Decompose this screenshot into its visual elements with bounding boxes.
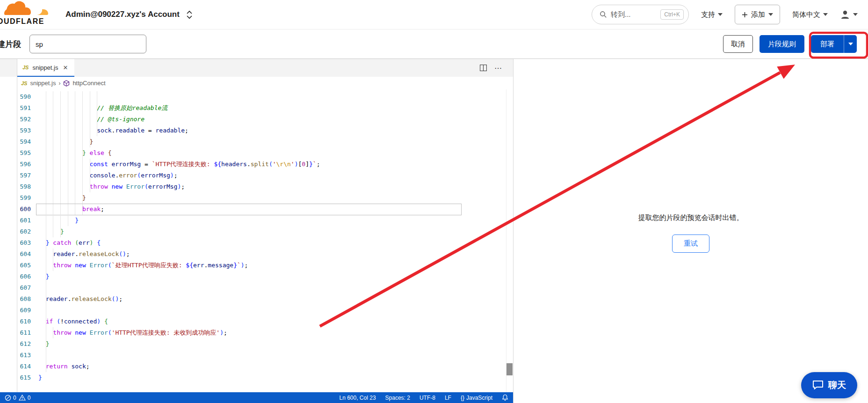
line-number[interactable]: 613 <box>0 350 31 361</box>
tab-snippet-js[interactable]: JS snippet.js ✕ <box>17 59 74 77</box>
tab-label: snippet.js <box>32 64 58 71</box>
language-menu[interactable]: 简体中文 <box>792 10 828 19</box>
line-number[interactable]: 592 <box>0 114 31 125</box>
line-number[interactable]: 594 <box>0 136 31 147</box>
line-number[interactable]: 603 <box>0 237 31 249</box>
line-number[interactable]: 607 <box>0 282 31 293</box>
cancel-button[interactable]: 取消 <box>723 35 753 53</box>
cursor-position[interactable]: Ln 600, Col 23 <box>340 395 376 401</box>
code-line[interactable]: 614 return sock; <box>0 361 513 372</box>
breadcrumb-file[interactable]: snippet.js <box>30 80 56 87</box>
user-menu[interactable] <box>840 9 858 20</box>
line-number[interactable]: 612 <box>0 338 31 350</box>
line-number[interactable]: 595 <box>0 147 31 159</box>
support-menu[interactable]: 支持 <box>701 10 723 19</box>
code-line[interactable]: 602 } <box>0 226 513 237</box>
line-number[interactable]: 598 <box>0 181 31 192</box>
deploy-dropdown-button[interactable] <box>844 35 857 53</box>
preview-error-message: 提取您的片段的预览会话时出错。 <box>638 213 744 222</box>
problems-errors[interactable]: 0 <box>5 395 16 401</box>
code-line[interactable]: 603 } catch (err) { <box>0 237 513 249</box>
chat-button[interactable]: 聊天 <box>801 372 857 398</box>
code-text: throw new Error('HTTP代理连接失败: 未收到成功响应'); <box>38 327 227 338</box>
deploy-button[interactable]: 部署 <box>811 35 844 53</box>
split-editor-icon[interactable] <box>480 65 487 71</box>
cloudflare-logo[interactable]: OUDFLARE <box>0 0 55 29</box>
code-line[interactable]: 592 // @ts-ignore <box>0 114 513 125</box>
language-mode[interactable]: {} JavaScript <box>461 395 492 401</box>
line-number[interactable]: 611 <box>0 327 31 338</box>
indent-guide <box>68 91 68 103</box>
indent-guide <box>53 181 53 192</box>
eol-setting[interactable]: LF <box>445 395 451 401</box>
editor-scrollbar[interactable] <box>506 89 513 392</box>
more-actions-icon[interactable]: ⋯ <box>494 64 503 73</box>
code-line[interactable]: 615} <box>0 372 513 383</box>
line-number[interactable]: 593 <box>0 125 31 136</box>
line-number[interactable]: 601 <box>0 215 31 226</box>
code-line[interactable]: 613 <box>0 350 513 361</box>
account-switcher-icon[interactable] <box>186 10 193 19</box>
code-line[interactable]: 591 // 替换原始readable流 <box>0 103 513 114</box>
code-line[interactable]: 606 } <box>0 271 513 282</box>
code-line[interactable]: 601 } <box>0 215 513 226</box>
code-area[interactable]: 590591 // 替换原始readable流592 // @ts-ignore… <box>0 89 513 383</box>
code-line[interactable]: 598 throw new Error(errorMsg); <box>0 181 513 192</box>
indent-guide <box>68 181 68 192</box>
line-number[interactable]: 605 <box>0 260 31 271</box>
scrollbar-thumb[interactable] <box>506 363 513 375</box>
support-label: 支持 <box>701 10 715 19</box>
line-number[interactable]: 604 <box>0 249 31 260</box>
code-line[interactable]: 611 throw new Error('HTTP代理连接失败: 未收到成功响应… <box>0 327 513 338</box>
code-text: reader.releaseLock(); <box>38 249 130 260</box>
code-line[interactable]: 590 <box>0 91 513 103</box>
add-button[interactable]: 添加 <box>735 5 780 24</box>
line-number[interactable]: 600 <box>0 204 31 215</box>
line-number[interactable]: 609 <box>0 305 31 316</box>
line-number[interactable]: 596 <box>0 159 31 170</box>
indent-guide <box>68 125 68 136</box>
code-line[interactable]: 600 break; <box>0 204 513 215</box>
indent-guide <box>82 170 83 181</box>
indentation-setting[interactable]: Spaces: 2 <box>385 395 410 401</box>
global-search-input[interactable]: 转到... Ctrl+K <box>592 5 689 24</box>
code-line[interactable]: 608 reader.releaseLock(); <box>0 293 513 305</box>
code-line[interactable]: 594 } <box>0 136 513 147</box>
indent-guide <box>90 159 90 170</box>
line-number[interactable]: 614 <box>0 361 31 372</box>
line-number[interactable]: 610 <box>0 316 31 327</box>
code-line[interactable]: 605 throw new Error(`处理HTTP代理响应失败: ${err… <box>0 260 513 271</box>
encoding-setting[interactable]: UTF-8 <box>420 395 435 401</box>
line-number[interactable]: 615 <box>0 372 31 383</box>
code-line[interactable]: 604 reader.releaseLock(); <box>0 249 513 260</box>
code-line[interactable]: 610 if (!connected) { <box>0 316 513 327</box>
indent-guide <box>46 282 46 293</box>
breadcrumb-symbol[interactable]: httpConnect <box>72 80 105 87</box>
code-line[interactable]: 599 } <box>0 192 513 204</box>
line-number[interactable]: 591 <box>0 103 31 114</box>
search-placeholder: 转到... <box>611 10 631 19</box>
line-number[interactable]: 590 <box>0 91 31 103</box>
code-line[interactable]: 593 sock.readable = readable; <box>0 125 513 136</box>
notifications-bell[interactable] <box>502 394 508 401</box>
code-line[interactable]: 597 console.error(errorMsg); <box>0 170 513 181</box>
line-number[interactable]: 602 <box>0 226 31 237</box>
line-number[interactable]: 606 <box>0 271 31 282</box>
code-line[interactable]: 595 } else { <box>0 147 513 159</box>
line-number[interactable]: 599 <box>0 192 31 204</box>
language-label: 简体中文 <box>792 10 820 19</box>
snippet-name-input[interactable] <box>29 35 146 53</box>
snippet-rules-button[interactable]: 片段规则 <box>760 35 804 53</box>
indent-guide <box>68 103 68 114</box>
breadcrumb: JS snippet.js › httpConnect <box>0 77 513 89</box>
code-line[interactable]: 596 const errorMsg = `HTTP代理连接失败: ${head… <box>0 159 513 170</box>
code-line[interactable]: 612 } <box>0 338 513 350</box>
line-number[interactable]: 597 <box>0 170 31 181</box>
problems-warnings[interactable]: 0 <box>19 395 31 401</box>
code-line[interactable]: 609 <box>0 305 513 316</box>
close-tab-icon[interactable]: ✕ <box>62 64 69 71</box>
code-line[interactable]: 607 <box>0 282 513 293</box>
line-number[interactable]: 608 <box>0 293 31 305</box>
retry-button[interactable]: 重试 <box>672 234 709 253</box>
indent-guide <box>46 159 46 170</box>
